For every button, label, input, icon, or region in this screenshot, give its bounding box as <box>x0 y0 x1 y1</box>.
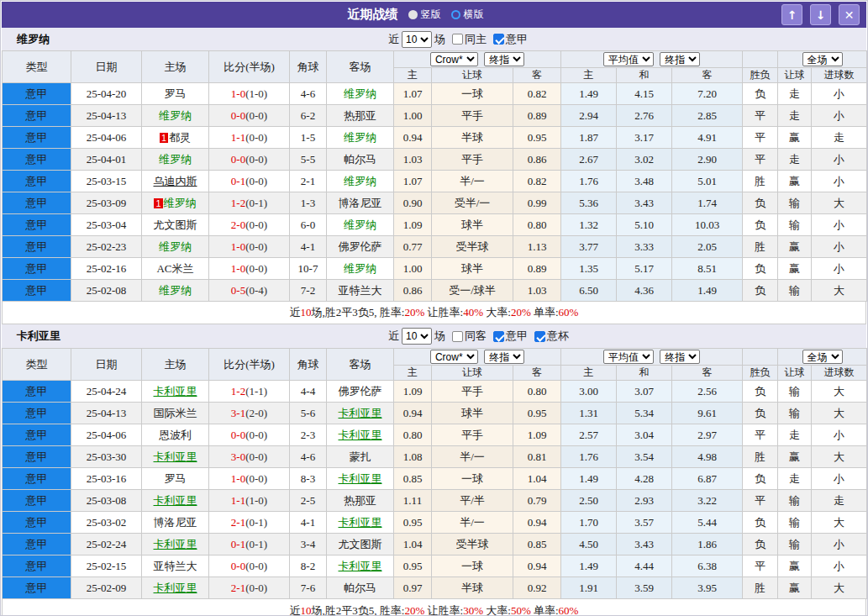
team-name-link[interactable]: 乌迪内斯 <box>154 175 197 187</box>
corner-cell: 10-7 <box>290 258 327 280</box>
league-cell[interactable]: 意甲 <box>3 258 71 280</box>
result-cell: 负 <box>743 534 778 555</box>
league-cell[interactable]: 意甲 <box>3 490 71 512</box>
team-name-link[interactable]: 博洛尼亚 <box>154 516 197 529</box>
odds-home-cell: 1.07 <box>394 171 432 192</box>
league-cell[interactable]: 意甲 <box>3 534 71 555</box>
col-type: 类型 <box>3 51 71 83</box>
vertical-layout-radio[interactable] <box>408 10 418 19</box>
league-cell[interactable]: 意甲 <box>3 555 71 577</box>
team-name-link[interactable]: 罗马 <box>165 87 187 100</box>
average-select[interactable]: 平均值 <box>603 52 654 66</box>
team-name-link[interactable]: 卡利亚里 <box>154 385 197 398</box>
league-cell[interactable]: 意甲 <box>3 403 71 424</box>
league-filter-checkbox[interactable] <box>534 331 545 342</box>
team-name-link[interactable]: 都灵 <box>169 131 191 144</box>
team-name-link[interactable]: 尤文图斯 <box>339 538 382 550</box>
team-name-link[interactable]: 热那亚 <box>344 494 376 507</box>
avg-final-odds-select[interactable]: 终指 <box>660 52 700 66</box>
fulltime-score: 2-1 <box>231 582 245 594</box>
league-filter-checkbox[interactable] <box>493 331 504 342</box>
team-name-link[interactable]: AC米兰 <box>156 262 193 275</box>
horizontal-layout-radio[interactable] <box>451 10 460 19</box>
same-venue-checkbox[interactable] <box>452 331 463 342</box>
fulltime-score: 1-0 <box>231 472 245 485</box>
scroll-down-button[interactable]: ↓ <box>810 4 831 25</box>
league-cell[interactable]: 意甲 <box>3 424 71 446</box>
team-name-link[interactable]: 亚特兰大 <box>339 284 382 297</box>
team-name-link[interactable]: 帕尔马 <box>344 582 376 594</box>
recent-count-select[interactable]: 10 <box>402 328 432 345</box>
team-name-link[interactable]: 热那亚 <box>344 109 376 122</box>
league-cell[interactable]: 意甲 <box>3 512 71 534</box>
team-name-link[interactable]: 卡利亚里 <box>339 472 382 485</box>
odds-company-select[interactable]: Crow* <box>430 52 478 66</box>
avg-draw-cell: 3.07 <box>617 381 672 403</box>
team-name-link[interactable]: 维罗纳 <box>159 240 192 253</box>
league-cell[interactable]: 意甲 <box>3 127 71 149</box>
team-name-link[interactable]: 亚特兰大 <box>154 560 197 572</box>
scroll-up-button[interactable]: ↑ <box>781 4 802 25</box>
team-name-link[interactable]: 维罗纳 <box>344 131 376 144</box>
team-name-link[interactable]: 维罗纳 <box>159 109 192 122</box>
team-name-link[interactable]: 卡利亚里 <box>339 407 382 419</box>
league-cell[interactable]: 意甲 <box>3 280 71 302</box>
date-cell: 25-04-24 <box>71 381 142 403</box>
league-cell[interactable]: 意甲 <box>3 468 71 490</box>
corner-cell: 2-3 <box>290 424 327 446</box>
average-select[interactable]: 平均值 <box>603 350 654 364</box>
handicap-result-cell: 输 <box>778 192 812 214</box>
team-name-link[interactable]: 卡利亚里 <box>154 538 197 550</box>
league-filter-checkbox[interactable] <box>493 34 504 45</box>
team-name-link[interactable]: 罗马 <box>165 472 187 485</box>
team-name-link[interactable]: 佛罗伦萨 <box>339 385 382 398</box>
league-cell[interactable]: 意甲 <box>3 446 71 468</box>
recent-count-select[interactable]: 10 <box>402 31 432 48</box>
team-name-link[interactable]: 佛罗伦萨 <box>339 240 382 253</box>
team-name-link[interactable]: 帕尔马 <box>344 153 376 166</box>
team-name-link[interactable]: 卡利亚里 <box>154 450 197 463</box>
avg-final-odds-select[interactable]: 终指 <box>660 350 700 364</box>
final-odds-select[interactable]: 终指 <box>484 52 524 66</box>
league-cell[interactable]: 意甲 <box>3 577 71 599</box>
avg-home-cell: 1.70 <box>561 512 617 534</box>
league-cell[interactable]: 意甲 <box>3 192 71 214</box>
team-name-link[interactable]: 蒙扎 <box>350 450 371 463</box>
odds-handicap-cell: 受半球 <box>432 534 513 555</box>
team-name-link[interactable]: 维罗纳 <box>344 87 376 100</box>
league-cell[interactable]: 意甲 <box>3 171 71 192</box>
team-name-link[interactable]: 卡利亚里 <box>339 560 382 572</box>
team-name-link[interactable]: 博洛尼亚 <box>339 197 382 209</box>
summary-text: 20% <box>404 306 424 319</box>
team-name-link[interactable]: 卡利亚里 <box>339 516 382 529</box>
halftime-score: (0-0) <box>245 153 267 166</box>
team-name-link[interactable]: 国际米兰 <box>154 407 197 419</box>
odds-company-select[interactable]: Crow* <box>430 350 478 364</box>
team-name-link[interactable]: 维罗纳 <box>344 218 376 231</box>
close-button[interactable]: ✕ <box>839 4 860 25</box>
team-name-link[interactable]: 卡利亚里 <box>339 429 382 441</box>
handicap-result-cell: 走 <box>778 424 812 446</box>
team-name-link[interactable]: 卡利亚里 <box>154 494 197 507</box>
team-name-link[interactable]: 维罗纳 <box>159 153 192 166</box>
team-name-link[interactable]: 维罗纳 <box>344 262 376 275</box>
league-cell[interactable]: 意甲 <box>3 149 71 171</box>
league-cell[interactable]: 意甲 <box>3 83 71 105</box>
league-cell[interactable]: 意甲 <box>3 214 71 236</box>
team-name-link[interactable]: 卡利亚里 <box>154 582 197 594</box>
team-name-link[interactable]: 恩波利 <box>159 429 192 441</box>
odds-handicap-cell: 半球 <box>432 577 513 599</box>
league-cell[interactable]: 意甲 <box>3 105 71 127</box>
team-name-link[interactable]: 维罗纳 <box>344 175 376 187</box>
scope-select[interactable]: 全场 <box>802 350 843 364</box>
scope-select[interactable]: 全场 <box>802 52 843 66</box>
league-cell[interactable]: 意甲 <box>3 381 71 403</box>
final-odds-select[interactable]: 终指 <box>484 350 524 364</box>
league-cell[interactable]: 意甲 <box>3 236 71 258</box>
same-venue-checkbox[interactable] <box>452 34 463 45</box>
team-name-link[interactable]: 维罗纳 <box>164 197 197 209</box>
team-name-link[interactable]: 维罗纳 <box>159 284 192 297</box>
team-name-link[interactable]: 尤文图斯 <box>154 218 197 231</box>
avg-home-cell: 2.50 <box>561 490 617 512</box>
odds-away-cell: 0.79 <box>513 490 561 512</box>
